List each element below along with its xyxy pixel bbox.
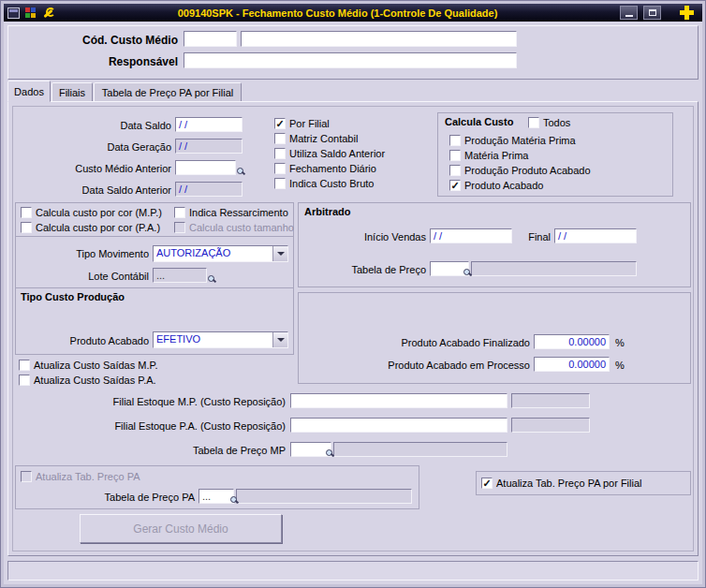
cod-custo-medio-desc-input[interactable] (241, 31, 517, 47)
checkbox-indica-custo-bruto[interactable]: Indica Custo Bruto (274, 177, 375, 189)
checkbox-box[interactable] (528, 117, 539, 128)
tipo-custo-producao-title: Tipo Custo Produção (21, 291, 125, 302)
tabela-preco-label: Tabela de Preço (332, 264, 426, 275)
checkbox-indica-ressarcimento[interactable]: Indica Ressarcimento (174, 206, 288, 218)
checkbox-box[interactable] (449, 135, 461, 146)
checkbox-box[interactable]: ✓ (274, 118, 286, 129)
checkbox-calcula-custo-cor-pa[interactable]: Calcula custo por cor (P.A.) (21, 221, 160, 233)
calcula-custo-title: Calcula Custo (445, 116, 513, 127)
checkbox-label: Atualiza Tab. Preço PA (36, 471, 140, 482)
tab-tabela-preco-pa[interactable]: Tabela de Preço PA por Filial (94, 82, 242, 102)
checkbox-box (21, 471, 32, 482)
checkbox-producao-produto-acabado[interactable]: Produção Produto Acabado (449, 164, 591, 176)
custo-medio-anterior-input[interactable] (175, 160, 236, 175)
tabela-preco-pa-input[interactable]: ... (199, 489, 234, 504)
data-geracao-input: / / (175, 139, 243, 154)
checkbox-por-filial[interactable]: ✓Por Filial (274, 117, 330, 129)
wrench-icon[interactable] (42, 7, 55, 20)
checkbox-produto-acabado[interactable]: ✓Produto Acabado (449, 179, 543, 191)
checkbox-box[interactable] (274, 133, 286, 144)
checkbox-label: Indica Ressarcimento (189, 207, 288, 218)
cod-custo-medio-label: Cód. Custo Médio (28, 34, 178, 47)
tab-label: Filiais (59, 87, 85, 98)
tipo-movimento-select[interactable]: AUTORIZAÇÃO (153, 245, 288, 262)
tabela-preco-mp-desc (333, 442, 507, 457)
data-saldo-input[interactable]: / / (175, 117, 243, 132)
final-label: Final (519, 231, 551, 243)
responsavel-input[interactable] (184, 52, 517, 68)
lote-contabil-input[interactable]: ... (153, 268, 207, 283)
pa-finalizado-label: Produto Acabado Finalizado (343, 337, 530, 348)
minimize-button[interactable] (620, 6, 638, 20)
data-saldo-label: Data Saldo (37, 120, 171, 131)
produto-acabado-select[interactable]: EFETIVO (153, 331, 288, 348)
tabela-preco-desc (471, 261, 637, 276)
arbitrado-title: Arbitrado (304, 206, 351, 217)
produto-acabado-label: Produto Acabado (19, 335, 149, 346)
checkbox-label: Todos (543, 117, 570, 128)
checkbox-todos[interactable]: Todos (528, 116, 570, 128)
checkbox-atualiza-tab-preco-pa-por-filial[interactable]: ✓Atualiza Tab. Preço PA por Filial (481, 477, 642, 489)
lookup-icon[interactable] (230, 496, 240, 506)
tipo-movimento-label: Tipo Movimento (19, 248, 149, 259)
responsavel-label: Responsável (28, 55, 178, 68)
checkbox-box[interactable]: ✓ (449, 180, 461, 191)
status-bar (7, 561, 699, 581)
final-input[interactable]: / / (554, 228, 637, 243)
tab-filiais[interactable]: Filiais (51, 82, 93, 102)
selected-value: EFETIVO (154, 332, 272, 347)
tab-dados[interactable]: Dados (7, 81, 51, 102)
chevron-down-icon[interactable] (272, 332, 287, 347)
tabela-preco-pa-desc (236, 489, 412, 504)
inicio-vendas-label: Início Vendas (332, 231, 426, 243)
lookup-icon[interactable] (208, 275, 217, 285)
grid-dot (25, 7, 30, 12)
checkbox-box[interactable] (274, 148, 286, 159)
checkbox-atualiza-custo-saidas-pa[interactable]: Atualiza Custo Saídas P.A. (19, 374, 156, 386)
minimize-icon (625, 15, 633, 17)
selected-value: AUTORIZAÇÃO (154, 246, 272, 261)
grid-icon[interactable] (25, 7, 37, 19)
filial-estoque-pa-input[interactable] (290, 418, 507, 433)
checkbox-box[interactable] (19, 360, 30, 371)
pa-processo-input[interactable]: 0.00000 (534, 357, 610, 372)
checkbox-box[interactable] (449, 165, 461, 176)
checkbox-box[interactable] (274, 163, 286, 174)
checkbox-box[interactable] (174, 207, 185, 218)
pa-finalizado-unit: % (615, 337, 628, 348)
maximize-icon (649, 9, 656, 16)
checkbox-label: Matriz Contabil (289, 133, 358, 144)
gerar-custo-medio-button[interactable]: Gerar Custo Médio (80, 514, 282, 543)
checkbox-box[interactable]: ✓ (481, 478, 493, 489)
checkbox-box[interactable] (19, 375, 30, 386)
lookup-icon[interactable] (463, 269, 473, 278)
data-saldo-anterior-label: Data Saldo Anterior (37, 184, 171, 196)
pa-processo-unit: % (615, 360, 628, 371)
inicio-vendas-input[interactable]: / / (430, 228, 512, 243)
checkbox-utiliza-saldo-anterior[interactable]: Utiliza Saldo Anterior (274, 147, 385, 159)
window-form-icon (7, 7, 20, 19)
checkbox-box[interactable] (21, 222, 32, 233)
pa-finalizado-input[interactable]: 0.00000 (534, 334, 610, 349)
checkbox-fechamento-diario[interactable]: Fechamento Diário (274, 162, 376, 174)
window-title: 009140SPK - Fechamento Custo Médio (1-Co… (61, 7, 614, 19)
lookup-icon[interactable] (326, 449, 335, 459)
checkbox-label: Indica Custo Bruto (289, 178, 375, 189)
checkbox-atualiza-custo-saidas-mp[interactable]: Atualiza Custo Saídas M.P. (19, 359, 157, 371)
checkbox-box[interactable] (449, 150, 461, 161)
lookup-icon[interactable] (237, 168, 246, 177)
tab-label: Dados (14, 86, 44, 97)
filial-estoque-mp-input[interactable] (290, 393, 507, 408)
grid-dot (25, 13, 30, 18)
checkbox-materia-prima[interactable]: Matéria Prima (449, 149, 528, 161)
maximize-button[interactable] (643, 6, 661, 20)
checkbox-calcula-custo-cor-mp[interactable]: Calcula custo por cor (M.P.) (21, 206, 162, 218)
checkbox-matriz-contabil[interactable]: Matriz Contabil (274, 132, 358, 144)
checkbox-producao-materia-prima[interactable]: Produção Matéria Prima (449, 134, 576, 146)
checkbox-box[interactable] (274, 178, 286, 189)
data-saldo-anterior-input: / / (175, 182, 243, 197)
close-button[interactable] (674, 5, 699, 21)
cod-custo-medio-input[interactable] (184, 31, 237, 47)
checkbox-box[interactable] (21, 207, 32, 218)
chevron-down-icon[interactable] (272, 246, 287, 261)
